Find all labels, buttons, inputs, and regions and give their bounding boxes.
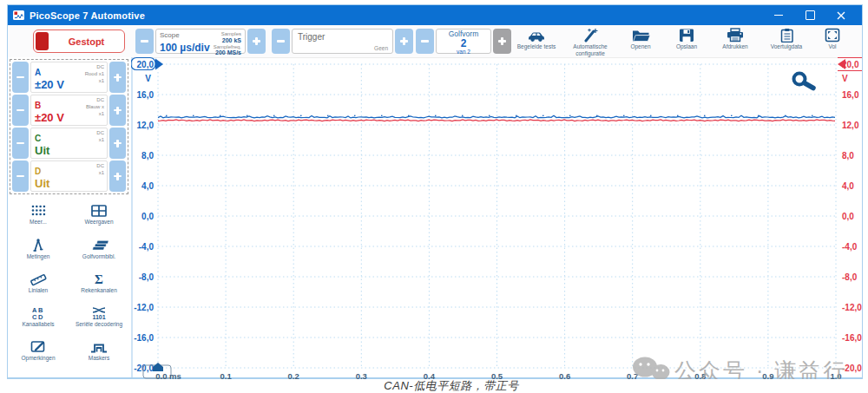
scale-value: x1: [85, 78, 104, 85]
serial-decoding-icon: 1101: [88, 305, 110, 320]
channel-c-increase-button[interactable]: [109, 128, 126, 159]
grid-dots-icon: [29, 204, 48, 218]
vehicle-data-button[interactable]: Voertuigdata: [760, 27, 813, 57]
guided-tests-button[interactable]: Begeleide tests: [511, 27, 562, 57]
channel-a-settings[interactable]: A DC Rood x1 x1 ±20 V: [30, 62, 108, 93]
waveform-plot[interactable]: 20,016,012,08,04,00,0-4,0-8,0-12,0-16,0-…: [131, 56, 862, 379]
waveform-previous-button[interactable]: [416, 29, 434, 54]
window-title: PicoScope 7 Automotive: [30, 10, 145, 21]
scope-label: Scope: [160, 31, 210, 39]
probe-value: Rood x1: [85, 71, 104, 78]
watermark-text: 公众号 · 谦益行: [674, 358, 847, 379]
print-button[interactable]: Afdrukken: [711, 27, 760, 57]
timebase-decrease-button[interactable]: [135, 29, 154, 54]
tool-button-rulers[interactable]: Linialen: [10, 265, 66, 299]
channel-d-increase-button[interactable]: [109, 160, 126, 192]
channel-d-settings[interactable]: D DC x1 Uit: [30, 160, 108, 192]
tool-button-channel-labels[interactable]: AB CD Kanaallabels: [10, 299, 66, 333]
coupling-value: DC: [86, 97, 104, 104]
channel-b-decrease-button[interactable]: [12, 95, 29, 126]
tool-label: Maskers: [89, 355, 110, 361]
wechat-icon: [633, 357, 670, 380]
probe-value: Blauw x: [86, 104, 104, 111]
printer-icon: [725, 28, 746, 43]
start-stop-button[interactable]: Gestopt: [33, 29, 125, 53]
close-button[interactable]: [825, 5, 857, 25]
waveform-library-icon: [89, 238, 109, 252]
ruler-icon: [28, 272, 49, 286]
channel-d-decrease-button[interactable]: [12, 160, 29, 192]
channel-meta: DC x1: [96, 130, 104, 144]
trigger-label: Trigger: [298, 32, 325, 42]
open-button[interactable]: Openen: [619, 27, 662, 57]
button-label: Begeleide tests: [517, 43, 556, 50]
car-icon: [525, 28, 548, 43]
coupling-value: DC: [96, 130, 104, 137]
tool-label: Kanaallabels: [22, 321, 54, 327]
svg-text:-4,0: -4,0: [842, 242, 858, 252]
svg-text:4,0: 4,0: [141, 181, 154, 191]
trigger-increase-button[interactable]: [395, 29, 413, 54]
channel-c-settings[interactable]: C DC x1 Uit: [30, 128, 108, 159]
minus-icon: [16, 175, 24, 177]
tool-label: Golfvormbibl.: [82, 253, 115, 259]
tool-label: Metingen: [27, 253, 50, 259]
waveform-panel[interactable]: Golfvorm 2 van 2: [436, 29, 491, 54]
save-icon: [678, 28, 695, 43]
channel-b-settings[interactable]: B DC Blauw x x1 ±20 V: [30, 95, 108, 126]
channel-b-increase-button[interactable]: [109, 95, 126, 126]
coupling-value: DC: [85, 64, 104, 71]
svg-text:0,0: 0,0: [842, 212, 854, 221]
samples-value: 200 kS: [214, 37, 241, 44]
timebase-panel[interactable]: Scope 100 µs/div Samples 200 kS Samplefr…: [155, 29, 246, 54]
save-button[interactable]: Opslaan: [662, 27, 711, 57]
svg-text:16,0: 16,0: [137, 90, 155, 100]
trigger-decrease-button[interactable]: [272, 29, 290, 54]
scope-display: 20,016,012,08,04,00,0-4,0-8,0-12,0-16,0-…: [131, 56, 862, 379]
auto-setup-button[interactable]: Automatische configuratie: [562, 27, 619, 57]
channel-c-decrease-button[interactable]: [12, 128, 29, 159]
channel-a-decrease-button[interactable]: [12, 62, 29, 93]
svg-text:Σ: Σ: [95, 272, 103, 286]
views-icon: [89, 204, 108, 218]
svg-text:CD: CD: [32, 313, 44, 320]
tool-button-views[interactable]: Weergaven: [71, 198, 127, 232]
tool-button-serial-decoding[interactable]: 1101 Seriële decodering: [71, 299, 127, 333]
svg-text:12,0: 12,0: [137, 121, 155, 130]
tool-button-waveform-library[interactable]: Golfvormbibl.: [71, 232, 127, 265]
svg-text:12,0: 12,0: [842, 121, 859, 130]
svg-text:-8,0: -8,0: [139, 272, 155, 282]
app-logo-icon: [13, 10, 24, 20]
close-icon: [837, 11, 845, 20]
minimize-button[interactable]: [763, 5, 794, 25]
timebase-increase-button[interactable]: [247, 29, 266, 54]
button-label: Openen: [630, 43, 650, 50]
minus-icon: [421, 40, 429, 42]
svg-text:1101: 1101: [92, 314, 105, 320]
app-screenshot: PicoScope 7 Automotive Gestopt Sco: [0, 0, 868, 393]
window-controls: [763, 5, 857, 25]
scale-value: x1: [86, 111, 104, 118]
channel-name: A: [35, 68, 41, 77]
trigger-panel[interactable]: Trigger Geen: [292, 29, 393, 54]
fullscreen-button[interactable]: Vol: [813, 27, 852, 57]
waveform-next-button[interactable]: [493, 29, 511, 54]
maximize-icon: [806, 10, 815, 20]
minus-icon: [16, 76, 24, 78]
svg-text:-12,0: -12,0: [134, 303, 154, 312]
minus-icon: [16, 109, 24, 111]
minimize-icon: [774, 15, 783, 16]
minus-icon: [141, 40, 148, 42]
channel-range: ±20 V: [35, 111, 64, 124]
channel-a-increase-button[interactable]: [109, 62, 126, 93]
tool-button-masks[interactable]: Maskers: [71, 333, 127, 367]
magic-wand-icon: [581, 28, 600, 43]
stop-indicator: [36, 32, 49, 50]
toolbar-icon-buttons: Begeleide tests Automatische configurati…: [511, 27, 852, 57]
channel-panel-a: A DC Rood x1 x1 ±20 V: [12, 62, 126, 93]
tool-button-math-channels[interactable]: Σ Rekenkanalen: [71, 265, 127, 299]
tool-button-measurements[interactable]: Metingen: [10, 232, 66, 265]
tool-button-notes[interactable]: Opmerkingen: [10, 333, 66, 367]
maximize-button[interactable]: [794, 5, 825, 25]
tool-button-more[interactable]: Meer...: [10, 198, 66, 232]
